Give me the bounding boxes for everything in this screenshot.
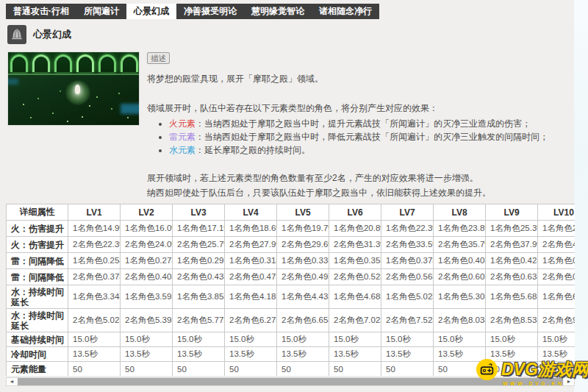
stat-value-cell: 2名角色0.56秒: [381, 269, 434, 285]
dome-temple-icon: [7, 25, 26, 44]
skill-screenshot[interactable]: [7, 51, 140, 126]
stat-value-cell: 2名角色6.27秒: [225, 309, 277, 332]
stat-value-cell: 2名角色7.02秒: [329, 309, 381, 332]
table-header-cell: LV9: [486, 204, 538, 221]
watermark-url: WWW.DVG.KN: [503, 381, 587, 386]
stat-value-cell: 1名角色5.30秒: [434, 285, 486, 309]
element-effect-list: 火元素：当纳西妲处于摩耶之殿当中时，提升元素战技「所闻遍计」的灭净三业造成的伤害…: [169, 118, 575, 156]
stat-value-cell: 50: [68, 362, 121, 377]
stat-value-cell: 2名角色27.9%: [225, 237, 277, 253]
water-patch-right: [121, 104, 140, 114]
table-row: 雷：间隔降低1名角色0.25秒1名角色0.27秒1名角色0.29秒1名角色0.3…: [7, 253, 576, 269]
section-header: 心景幻成: [7, 25, 71, 44]
tab-6[interactable]: 诸相随念净行: [312, 4, 379, 19]
stat-value-cell: 2名角色29.6%: [277, 237, 329, 253]
stat-value-cell: 15.0秒: [225, 332, 277, 347]
stat-value-cell: 2名角色37.9%: [486, 237, 538, 253]
stat-value-cell: 15.0秒: [121, 332, 173, 347]
gamepad-icon: [476, 359, 498, 380]
row-label: 基础持续时间: [7, 332, 68, 347]
element-effect-item: 雷元素：当纳西妲处于摩耶之殿当中时，降低元素战技「所闻遍计」的灭净三业触发的间隔…: [169, 131, 575, 143]
stat-value-cell: 15.0秒: [68, 332, 121, 347]
element-name: 火元素: [169, 118, 196, 129]
stat-value-cell: 15.0秒: [538, 332, 576, 347]
stat-value-cell: 1名角色0.31秒: [225, 253, 277, 269]
element-effect-item: 水元素：延长摩耶之殿的持续时间。: [169, 144, 575, 156]
stat-value-cell: 1名角色18.6%: [225, 221, 277, 237]
stat-value-cell: 2名角色0.52秒: [329, 269, 381, 285]
table-row: 雷：间隔降低2名角色0.37秒2名角色0.40秒2名角色0.43秒2名角色0.4…: [7, 269, 576, 285]
desc-line-summary: 将梦想的殿堂具现，展开「摩耶之殿」领域。: [147, 72, 575, 86]
stat-value-cell: 1名角色0.42秒: [486, 253, 538, 269]
table-header-cell: LV7: [381, 204, 434, 221]
tab-3[interactable]: 心景幻成: [126, 4, 176, 19]
stat-value-cell: 1名角色5.02秒: [381, 285, 434, 309]
stat-value-cell: 50: [329, 362, 381, 377]
stat-value-cell: 50: [277, 362, 329, 377]
stat-value-cell: 1名角色0.29秒: [173, 253, 225, 269]
stat-value-cell: 15.0秒: [173, 332, 225, 347]
stat-value-cell: 1名角色4.43秒: [277, 285, 329, 309]
table-row: 火：伤害提升2名角色22.3%2名角色24.0%2名角色25.7%2名角色27.…: [7, 237, 576, 253]
stat-value-cell: 1名角色20.8%: [329, 221, 381, 237]
stat-value-cell: 1名角色0.37秒: [381, 253, 434, 269]
stat-value-cell: 2名角色5.39秒: [121, 309, 173, 332]
stat-value-cell: 1名角色6.02秒: [538, 285, 576, 309]
stat-value-cell: 13.5秒: [329, 347, 381, 362]
desc-line-offfield: 纳西妲即使处于队伍后台，只要该队伍处于摩耶之殿当中，依旧能获得上述效果的提升。: [147, 185, 575, 200]
tab-2[interactable]: 所闻遍计: [76, 4, 126, 19]
table-header-cell: LV2: [121, 204, 173, 221]
stat-value-cell: 13.5秒: [121, 347, 173, 362]
skill-tabbar: 普通攻击·行相所闻遍计心景幻成净善摄受明论慧明缘觉智论诸相随念净行: [6, 4, 379, 19]
stat-value-cell: 2名角色5.77秒: [173, 309, 225, 332]
stat-value-cell: 2名角色0.43秒: [173, 269, 225, 285]
stat-value-cell: 2名角色8.53秒: [486, 309, 538, 332]
stat-value-cell: 1名角色26.8%: [538, 221, 576, 237]
row-label: 冷却时间: [7, 347, 68, 362]
element-effect-item: 火元素：当纳西妲处于摩耶之殿当中时，提升元素战技「所闻遍计」的灭净三业造成的伤害…: [169, 118, 575, 129]
scroll-left-button[interactable]: ◄: [7, 378, 17, 385]
stat-value-cell: 2名角色0.37秒: [68, 269, 121, 285]
stat-value-cell: 50: [121, 362, 173, 377]
stat-value-cell: 2名角色7.52秒: [381, 309, 434, 332]
row-label: 水：持续时间延长: [7, 309, 68, 332]
stat-value-cell: 1名角色22.3%: [381, 221, 434, 237]
stat-value-cell: 1名角色0.25秒: [68, 253, 121, 269]
stat-value-cell: 1名角色17.1%: [173, 221, 225, 237]
stats-table-viewport: 详细属性LV1LV2LV3LV4LV5LV6LV7LV8LV9LV10 火：伤害…: [6, 204, 575, 376]
stat-value-cell: 13.5秒: [381, 347, 434, 362]
stat-value-cell: 2名角色35.7%: [434, 237, 486, 253]
stat-value-cell: 2名角色0.67秒: [538, 269, 576, 285]
stat-value-cell: 2名角色0.49秒: [277, 269, 329, 285]
stat-value-cell: 1名角色3.34秒: [68, 285, 121, 309]
table-header-cell: LV6: [329, 204, 381, 221]
row-label: 雷：间隔降低: [7, 269, 68, 285]
stat-value-cell: 2名角色0.40秒: [121, 269, 173, 285]
dome-arches: [8, 52, 139, 74]
tab-5[interactable]: 慧明缘觉智论: [244, 4, 312, 19]
stat-value-cell: 13.5秒: [173, 347, 225, 362]
row-label: 火：伤害提升: [7, 221, 68, 237]
tab-1[interactable]: 普通攻击·行相: [6, 4, 76, 19]
description-badge: 描述: [147, 52, 170, 64]
desc-line-enhance: 展开领域时，若上述元素类型的角色数量有至少2名，产生的对应效果将进一步增强。: [147, 171, 575, 185]
description-text: 描述 将梦想的殿堂具现，展开「摩耶之殿」领域。 领域展开时，队伍中若存在以下元素…: [147, 51, 575, 224]
stat-value-cell: 2名角色24.0%: [121, 237, 173, 253]
stat-value-cell: 50: [381, 362, 434, 377]
stat-value-cell: 2名角色0.63秒: [486, 269, 538, 285]
stat-value-cell: 50: [225, 362, 277, 377]
stat-value-cell: 2名角色31.3%: [329, 237, 381, 253]
stat-value-cell: 1名角色3.85秒: [173, 285, 225, 309]
stat-value-cell: 2名角色9.03秒: [538, 309, 576, 332]
table-header-cell: LV1: [68, 204, 121, 221]
stat-value-cell: 1名角色0.40秒: [434, 253, 486, 269]
tab-4[interactable]: 净善摄受明论: [176, 4, 244, 19]
stat-value-cell: 1名角色0.45秒: [538, 253, 576, 269]
character-figure: [75, 85, 80, 94]
element-name: 雷元素: [169, 132, 196, 142]
stat-value-cell: 2名角色8.03秒: [434, 309, 486, 332]
table-row: 水：持续时间延长1名角色3.34秒1名角色3.59秒1名角色3.85秒1名角色4…: [7, 285, 576, 309]
stat-value-cell: 1名角色25.3%: [486, 221, 538, 237]
page-title: 心景幻成: [33, 28, 71, 41]
stat-value-cell: 1名角色0.27秒: [121, 253, 173, 269]
